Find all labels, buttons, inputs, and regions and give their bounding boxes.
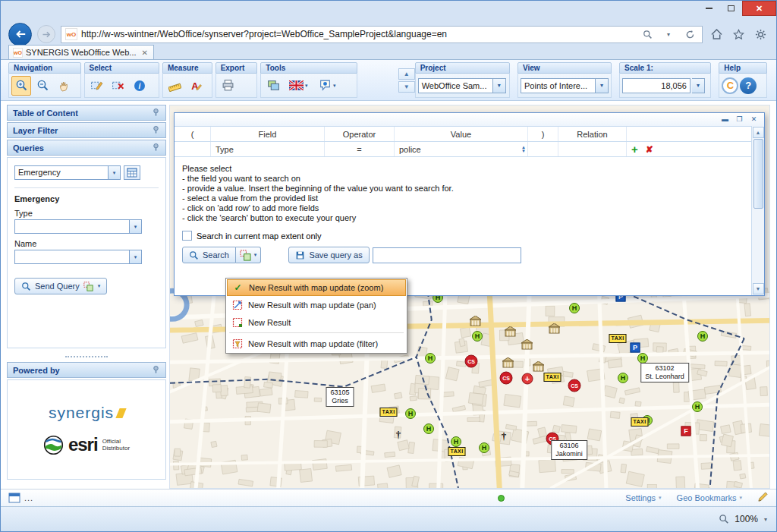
close-window-button[interactable]: ✕ (742, 1, 776, 16)
maptip-button[interactable]: ▾ (313, 76, 341, 96)
project-group-header[interactable]: Project (415, 62, 510, 74)
search-button[interactable]: Search (182, 247, 236, 263)
query-select-dropdown-icon[interactable]: ▾ (108, 166, 120, 179)
dialog-titlebar[interactable]: ▬ ❐ ✕ (175, 113, 764, 126)
stop-h-marker[interactable]: H (697, 331, 708, 342)
panel-header-layer-filter[interactable]: Layer Filter (7, 122, 166, 138)
zoom-in-button[interactable] (11, 76, 31, 96)
settings-menu-button[interactable]: Settings ▾ (625, 493, 661, 502)
clear-selection-button[interactable] (109, 76, 128, 96)
menu-item-new-result-with-map-update-pan-[interactable]: New Result with map update (pan) (227, 296, 406, 313)
edit-pencil-button[interactable] (757, 491, 769, 505)
copyright-button[interactable]: C (722, 77, 738, 94)
navigation-group-header[interactable]: Navigation (8, 62, 81, 74)
value-cell[interactable]: police ▲▼ (395, 142, 528, 156)
refresh-icon[interactable] (681, 26, 698, 42)
help-group-header[interactable]: Help (719, 62, 767, 74)
zoom-out-button[interactable] (33, 76, 52, 96)
measure-button[interactable] (165, 76, 185, 96)
address-dropdown-icon[interactable]: ▾ (660, 26, 677, 42)
view-select[interactable]: Points of Intere... ▾ (521, 78, 609, 93)
export-group-header[interactable]: Export (215, 62, 258, 74)
column-header-paren[interactable]: ( (175, 127, 211, 141)
pin-icon[interactable] (152, 143, 160, 153)
toolbar-collapse-up-button[interactable]: ▲ (398, 68, 415, 80)
scroll-down-icon[interactable]: ▼ (753, 283, 764, 294)
scale-group-header[interactable]: Scale 1: (619, 62, 711, 74)
stop-h-marker[interactable]: H (425, 353, 436, 364)
result-type-dropdown-button[interactable]: ▾ (236, 247, 262, 263)
query-select[interactable]: Emergency ▾ (14, 165, 121, 180)
minimize-window-button[interactable] (698, 1, 720, 16)
view-group-header[interactable]: View (517, 62, 612, 74)
dialog-scrollbar[interactable]: ▲ ▼ (751, 126, 764, 295)
cs-marker[interactable]: CS (465, 355, 478, 368)
zoom-dropdown-icon[interactable]: ▾ (764, 516, 767, 523)
scale-dropdown-icon[interactable]: ▾ (692, 78, 705, 93)
search-icon[interactable] (639, 26, 656, 42)
measure-group-header[interactable]: Measure (162, 62, 212, 74)
type-field-dropdown-icon[interactable]: ▾ (129, 220, 141, 233)
stop-h-marker[interactable]: H (423, 423, 434, 434)
extent-checkbox[interactable] (182, 231, 192, 241)
name-field-dropdown-icon[interactable]: ▾ (129, 250, 141, 263)
taxi-marker[interactable]: TAXI (543, 373, 561, 382)
dialog-minimize-icon[interactable]: ▬ (719, 115, 731, 124)
panel-header-table-of-content[interactable]: Table of Content (7, 105, 166, 121)
tools-group-header[interactable]: Tools (260, 62, 357, 74)
value-sort-icon[interactable]: ▲▼ (521, 146, 526, 153)
project-select[interactable]: WebOffice Sam... ▾ (418, 78, 506, 93)
pan-button[interactable] (54, 76, 74, 96)
church-marker[interactable]: † (396, 430, 401, 439)
stop-h-marker[interactable]: H (618, 373, 628, 383)
taxi-marker[interactable]: TAXI (379, 408, 397, 417)
taxi-marker[interactable]: TAXI (609, 334, 626, 343)
tab-weboffice[interactable]: wO SYNERGIS WebOffice Web... ✕ (8, 45, 154, 59)
cs-marker[interactable]: CS (568, 379, 581, 392)
taxi-marker[interactable]: TAXI (631, 417, 648, 427)
pin-icon[interactable] (152, 125, 160, 136)
tab-close-icon[interactable]: ✕ (140, 49, 149, 57)
stop-h-marker[interactable]: H (451, 436, 461, 447)
geo-bookmarks-menu-button[interactable]: Geo Bookmarks ▾ (677, 493, 742, 502)
fire-marker[interactable]: F (681, 427, 691, 436)
pin-icon[interactable] (152, 108, 160, 118)
name-field-combo[interactable]: ▾ (14, 250, 142, 264)
stop-h-marker[interactable]: H (692, 401, 703, 412)
save-query-button[interactable]: Save query as (288, 247, 369, 263)
help-button[interactable]: ? (740, 77, 757, 94)
column-header-Operator[interactable]: Operator (325, 127, 395, 141)
select-draw-button[interactable] (87, 76, 107, 96)
operator-cell[interactable]: = (325, 142, 395, 156)
manage-queries-button[interactable] (124, 165, 140, 180)
dialog-restore-icon[interactable]: ❐ (734, 115, 745, 124)
column-header-Value[interactable]: Value (395, 127, 528, 141)
column-header-Field[interactable]: Field (211, 127, 325, 141)
print-button[interactable] (219, 76, 238, 96)
identify-button[interactable]: i (130, 76, 149, 96)
column-header-Relation[interactable]: Relation (558, 127, 627, 141)
forward-button[interactable] (37, 25, 55, 43)
close-paren-cell[interactable] (528, 142, 558, 156)
parking-marker[interactable]: P (631, 343, 640, 353)
save-query-input[interactable] (373, 247, 521, 263)
dialog-close-icon[interactable]: ✕ (748, 115, 760, 124)
settings-gear-button[interactable] (752, 26, 769, 42)
toolbar-collapse-down-button[interactable]: ▼ (398, 81, 415, 93)
menu-item-new-result[interactable]: New Result (227, 313, 406, 331)
scroll-thumb[interactable] (753, 139, 763, 209)
back-button[interactable] (8, 23, 32, 46)
taxi-marker[interactable]: TAXI (448, 447, 465, 456)
type-field-combo[interactable]: ▾ (14, 219, 142, 234)
panel-header-queries[interactable]: Queries (7, 140, 166, 156)
add-row-icon[interactable]: + (631, 144, 638, 155)
maximize-window-button[interactable] (720, 1, 742, 16)
home-button[interactable] (708, 26, 725, 42)
copy-image-button[interactable] (263, 76, 283, 96)
send-query-button[interactable]: Send Query ▾ (14, 278, 107, 294)
stop-h-marker[interactable]: H (569, 303, 580, 313)
stop-h-marker[interactable]: H (479, 442, 489, 453)
sidebar-splitter[interactable] (7, 353, 166, 360)
stop-h-marker[interactable]: H (472, 331, 483, 342)
menu-item-new-result-with-map-update-filter-[interactable]: New Result with map update (filter) (227, 335, 406, 352)
